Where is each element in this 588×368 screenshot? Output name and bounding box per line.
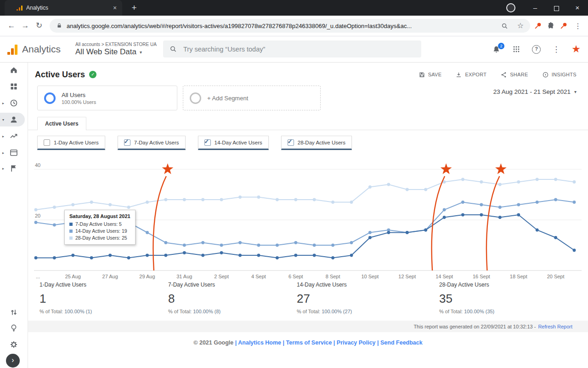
sidebar-item-discover[interactable]: [0, 321, 26, 335]
export-label: EXPORT: [465, 72, 486, 77]
help-button[interactable]: ?: [532, 45, 541, 54]
browser-menu-icon[interactable]: ⋮: [572, 22, 583, 30]
expand-sidebar-button[interactable]: ›: [6, 354, 20, 368]
footer-link[interactable]: Terms of Service: [286, 339, 332, 346]
svg-text:29 Aug: 29 Aug: [139, 274, 155, 279]
footer-link[interactable]: Privacy Policy: [337, 339, 376, 346]
tab-active-users[interactable]: Active Users: [37, 117, 86, 130]
summary-pct-value: 100.00% (35): [464, 309, 494, 314]
search-input[interactable]: [182, 45, 415, 53]
svg-text:6 Sept: 6 Sept: [288, 274, 303, 279]
summary-value: 35: [439, 292, 588, 306]
footer-separator: |: [233, 339, 238, 346]
flag-icon: [9, 164, 18, 173]
zoom-icon[interactable]: [501, 23, 508, 29]
summary-label: 1-Day Active Users: [40, 282, 168, 288]
summary-label: 14-Day Active Users: [297, 282, 439, 288]
share-icon: [500, 71, 507, 78]
date-range-selector[interactable]: 23 Aug 2021 - 21 Sept 2021 ▾: [493, 88, 577, 95]
svg-text:18 Sept: 18 Sept: [510, 274, 527, 279]
search-bar[interactable]: [163, 40, 421, 58]
tabs-divider: [28, 130, 588, 130]
series-swatch-icon: [69, 223, 73, 226]
property-selector[interactable]: All Web Site Data ▾: [75, 47, 157, 57]
checkbox-icon: ✓: [204, 139, 211, 146]
summary-value: 27: [297, 292, 439, 306]
restore-button[interactable]: [546, 0, 567, 16]
bookmark-star-icon[interactable]: ☆: [517, 22, 524, 29]
address-bar[interactable]: analytics.google.com/analytics/web/#/rep…: [50, 19, 530, 33]
insights-icon: [542, 71, 549, 78]
export-button[interactable]: EXPORT: [455, 71, 486, 78]
metric-toggle[interactable]: ✓ 1-Day Active Users: [37, 136, 105, 150]
svg-text:2 Sept: 2 Sept: [214, 274, 229, 279]
toggle-label: 7-Day Active Users: [134, 140, 179, 145]
share-button[interactable]: SHARE: [500, 71, 528, 78]
browser-titlebar: Analytics × + – ×: [0, 0, 588, 16]
minimize-button[interactable]: –: [525, 0, 546, 16]
account-breadcrumb[interactable]: All accounts > EXTENSION STORE UA: [75, 42, 157, 47]
browser-tab[interactable]: Analytics ×: [5, 0, 122, 16]
svg-text:12 Sept: 12 Sept: [398, 274, 416, 279]
footer-link[interactable]: Send Feedback: [380, 339, 423, 346]
segment-detail: 100.00% Users: [62, 99, 96, 105]
ga-menu-icon[interactable]: ⋮: [552, 45, 560, 54]
sidebar-item-behavior[interactable]: ▸: [0, 146, 26, 160]
apps-grid-button[interactable]: [512, 45, 520, 53]
chevron-right-icon: ▸: [2, 151, 4, 155]
svg-text:14 Sept: 14 Sept: [435, 274, 453, 279]
extension-pin-icon-2[interactable]: [560, 22, 572, 30]
insights-button[interactable]: INSIGHTS: [542, 71, 577, 78]
clock-icon: [9, 98, 18, 108]
sidebar-item-conversions[interactable]: ▸: [0, 161, 26, 175]
lock-icon: [56, 23, 62, 29]
chevron-right-icon: ▸: [2, 101, 4, 105]
checkbox-icon: ✓: [44, 139, 50, 146]
chevron-down-icon: ▾: [140, 50, 142, 55]
footer-link[interactable]: Analytics Home: [238, 339, 281, 346]
notifications-button[interactable]: 2: [492, 45, 501, 54]
analytics-favicon: [17, 5, 23, 11]
sidebar-item-customization[interactable]: [0, 80, 26, 93]
sidebar-item-admin[interactable]: [0, 338, 26, 351]
page-title: Active Users: [35, 70, 85, 80]
metric-toggle[interactable]: ✓ 14-Day Active Users: [198, 136, 269, 150]
chevron-down-icon: ▾: [574, 89, 577, 94]
summary-metrics: 1-Day Active Users 1 % of Total: 100.00%…: [40, 282, 588, 314]
generated-text: This report was generated on 22/09/2021 …: [413, 324, 536, 329]
back-button[interactable]: ←: [5, 19, 18, 33]
ga-header: Analytics All accounts > EXTENSION STORE…: [0, 36, 588, 63]
summary-pct-label: % of Total:: [168, 309, 192, 314]
sidebar-item-attribution[interactable]: [0, 305, 26, 319]
forward-button[interactable]: →: [18, 19, 32, 33]
svg-text:27 Aug: 27 Aug: [102, 274, 118, 279]
summary-pct-label: % of Total:: [40, 309, 63, 314]
chevron-right-icon: ▸: [2, 167, 4, 171]
summary-value: 1: [40, 292, 168, 306]
apps-grid-icon: [512, 45, 520, 53]
extension-pin-icon[interactable]: [534, 22, 547, 30]
sidebar-item-realtime[interactable]: ▸: [0, 96, 26, 110]
add-segment-card[interactable]: + Add Segment: [183, 86, 321, 110]
segment-card-all-users[interactable]: All Users 100.00% Users: [37, 86, 177, 110]
metric-toggle[interactable]: ✓ 7-Day Active Users: [118, 136, 186, 150]
footer-separator: |: [332, 339, 336, 346]
browser-profile-icon[interactable]: [506, 3, 515, 12]
date-range-text: 23 Aug 2021 - 21 Sept 2021: [493, 88, 571, 95]
account-avatar[interactable]: ★: [571, 44, 581, 54]
summary-label: 28-Day Active Users: [439, 282, 588, 288]
new-tab-button[interactable]: +: [129, 3, 140, 13]
refresh-report-link[interactable]: Refresh Report: [538, 324, 572, 329]
reload-button[interactable]: ↻: [32, 19, 46, 33]
extensions-puzzle-icon[interactable]: [547, 22, 560, 30]
summary-card: 7-Day Active Users 8 % of Total: 100.00%…: [168, 282, 297, 314]
sidebar-item-audience[interactable]: ▾: [0, 113, 25, 126]
tab-close-icon[interactable]: ×: [111, 4, 119, 12]
save-button[interactable]: SAVE: [418, 71, 442, 78]
share-label: SHARE: [510, 72, 528, 77]
sidebar-item-home[interactable]: [0, 63, 26, 77]
close-window-button[interactable]: ×: [567, 0, 588, 16]
svg-text:4 Sept: 4 Sept: [251, 274, 266, 279]
sidebar-item-acquisition[interactable]: ▸: [0, 129, 26, 143]
metric-toggle[interactable]: ✓ 28-Day Active Users: [281, 136, 352, 150]
